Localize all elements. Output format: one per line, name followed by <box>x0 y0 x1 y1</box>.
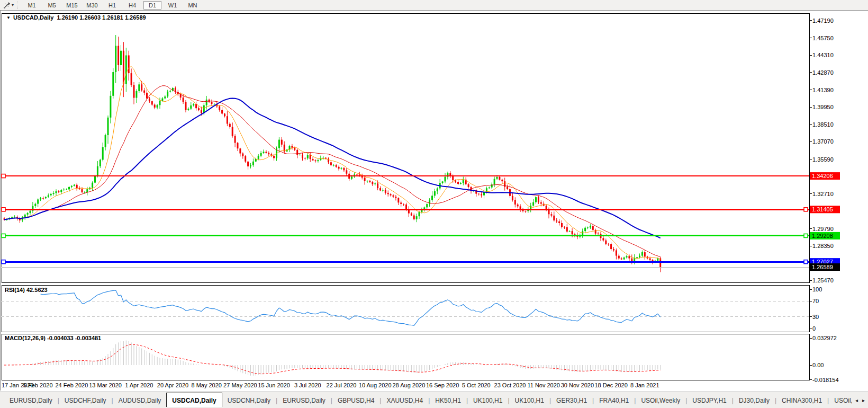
tab-scroll-left-icon[interactable]: ◂ <box>855 397 858 403</box>
candle-body <box>556 220 557 221</box>
price-badge-label: 1.31405 <box>812 206 833 212</box>
bottom-tab-eurusd-daily[interactable]: EURUSD,Daily <box>4 394 58 407</box>
bottom-tab-eurusd-daily[interactable]: EURUSD,Daily <box>277 394 331 407</box>
toolbar-grip[interactable] <box>17 2 18 8</box>
candle-body <box>268 153 269 154</box>
candle-body <box>587 227 589 228</box>
line-handle[interactable] <box>2 174 5 178</box>
candle-body <box>151 101 153 104</box>
candle-body <box>60 190 62 192</box>
crosshair-tool-icon[interactable] <box>2 1 12 9</box>
bottom-tab-ger30-h1[interactable]: GER30,H1 <box>551 394 592 407</box>
candle-body <box>143 91 145 93</box>
line-handle[interactable] <box>804 208 808 211</box>
price-tick-label: 1.39950 <box>812 104 834 110</box>
line-handle[interactable] <box>804 260 808 264</box>
bottom-tab-xauusd-h4[interactable]: XAUUSD,H4 <box>381 394 428 407</box>
candle-body <box>317 160 319 161</box>
timeframe-button-m30[interactable]: M30 <box>83 1 101 10</box>
timeframe-button-m1[interactable]: M1 <box>23 1 41 10</box>
candle-body <box>224 113 225 116</box>
candle-body <box>421 210 422 212</box>
bottom-tab-china300-h1[interactable]: CHINA300,H1 <box>776 394 827 407</box>
candle-body <box>154 104 156 107</box>
rsi-tick-label: 100 <box>812 286 822 292</box>
candle-body <box>413 216 415 219</box>
candle-body <box>659 259 661 267</box>
date-label: 30 Nov 2020 <box>561 382 594 388</box>
candle-body <box>501 180 503 181</box>
candle-body <box>193 104 194 105</box>
candle-body <box>123 51 124 84</box>
timeframe-button-m15[interactable]: M15 <box>63 1 81 10</box>
collapse-ohlc-icon[interactable]: ▼ <box>6 15 11 20</box>
rsi-pane[interactable] <box>2 285 809 332</box>
candle-body <box>616 250 617 255</box>
candle-body <box>195 104 197 108</box>
candle-body <box>608 244 609 244</box>
bottom-tab-uk100-h1[interactable]: UK100,H1 <box>510 394 549 407</box>
timeframe-button-d1[interactable]: D1 <box>143 1 161 10</box>
macd-pane[interactable] <box>2 334 809 380</box>
candle-body <box>341 168 342 168</box>
candle-body <box>356 174 358 175</box>
timeframe-button-h1[interactable]: H1 <box>103 1 121 10</box>
bottom-tab-usdchf-daily[interactable]: USDCHF,Daily <box>59 394 112 407</box>
tab-scroll-right-icon[interactable]: ▸ <box>862 397 865 403</box>
timeframe-button-mn[interactable]: MN <box>184 1 202 10</box>
candle-body <box>535 197 537 202</box>
candle-body <box>149 99 150 101</box>
date-label: 8 May 2020 <box>191 382 221 388</box>
candle-body <box>131 73 132 85</box>
bottom-tab-usdjpy-h1[interactable]: USDJPY,H1 <box>687 394 731 407</box>
macd-indicator-label: MACD(12,26,9) -0.004033 -0.003481 <box>5 335 101 341</box>
candle-body <box>167 92 168 96</box>
candle-body <box>322 158 324 158</box>
rsi-tick-label: 70 <box>812 298 819 304</box>
timeframe-button-h4[interactable]: H4 <box>123 1 141 10</box>
bottom-tab-audusd-daily[interactable]: AUDUSD,Daily <box>113 394 167 407</box>
price-tick-label: 1.41390 <box>812 87 834 93</box>
bottom-tab-uk100-h1[interactable]: UK100,H1 <box>468 394 508 407</box>
candle-body <box>34 204 36 206</box>
candle-body <box>27 213 29 215</box>
line-handle[interactable] <box>2 260 5 264</box>
bottom-tab-hk50-h1[interactable]: HK50,H1 <box>430 394 466 407</box>
candle-body <box>550 214 552 215</box>
candle-body <box>644 252 646 256</box>
line-handle[interactable] <box>2 208 5 211</box>
timeframe-button-w1[interactable]: W1 <box>164 1 182 10</box>
bottom-tab-usdcad-daily[interactable]: USDCAD,Daily <box>166 393 222 407</box>
timeframe-button-m5[interactable]: M5 <box>43 1 61 10</box>
candle-body <box>369 181 370 182</box>
candle-body <box>403 204 404 205</box>
candle-body <box>161 99 163 101</box>
line-handle[interactable] <box>2 234 5 237</box>
candle-body <box>45 197 47 199</box>
chart-ohlc-values: 1.26190 1.26603 1.26181 1.26589 <box>57 14 146 21</box>
bottom-tab-usoil-weekly[interactable]: USOil,Weekly <box>636 394 685 407</box>
candle-body <box>310 155 311 159</box>
candle-body <box>553 216 555 220</box>
candle-body <box>336 165 337 167</box>
candle-body <box>400 202 402 204</box>
candle-body <box>387 193 389 194</box>
candle-body <box>42 198 44 199</box>
chart-canvas[interactable]: 1.471901.457501.443101.428701.413901.399… <box>0 0 868 392</box>
candle-body <box>94 176 96 183</box>
candle-body <box>294 148 295 150</box>
bottom-tab-dj30-daily[interactable]: DJ30,Daily <box>734 394 775 407</box>
candle-body <box>239 148 241 153</box>
candle-body <box>71 186 73 187</box>
tool-dropdown-caret[interactable]: ▾ <box>12 3 14 7</box>
candle-body <box>112 72 114 96</box>
bottom-tab-fra40-h1[interactable]: FRA40,H1 <box>594 394 634 407</box>
candle-body <box>442 181 444 183</box>
bottom-tab-usoil-[interactable]: USOil, <box>829 394 852 407</box>
candle-body <box>530 206 531 209</box>
candle-body <box>227 116 228 123</box>
bottom-tab-usdcnh-daily[interactable]: USDCNH,Daily <box>222 394 276 407</box>
line-handle[interactable] <box>804 234 808 237</box>
bottom-tab-gbpusd-h4[interactable]: GBPUSD,H4 <box>332 394 379 407</box>
price-badge-label: 1.29208 <box>812 233 833 239</box>
